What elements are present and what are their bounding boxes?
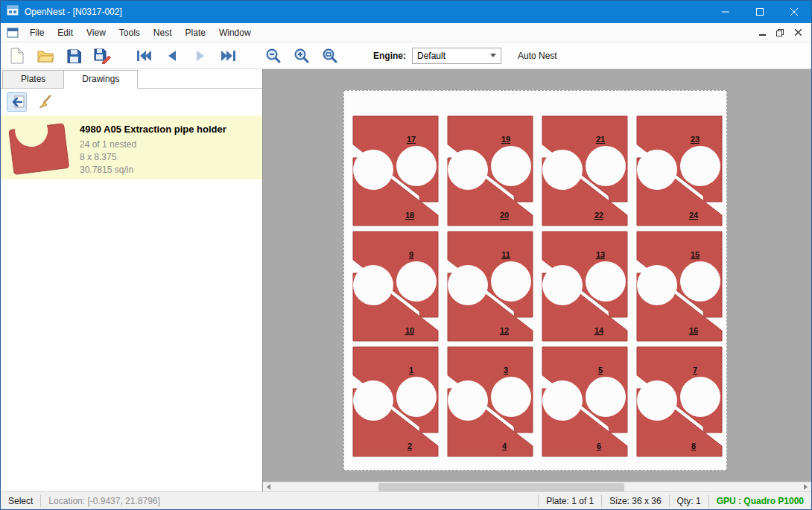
sidebar-tabstrip: Plates Drawings [1,69,262,89]
nested-pair[interactable]: 1718 [353,116,438,226]
part-number-label: 17 [407,135,416,144]
maximize-icon[interactable] [743,1,777,23]
part-notch [353,380,393,421]
part-notch [586,377,626,417]
part-number-label: 15 [691,250,700,259]
status-plate: Plate: 1 of 1 [539,496,601,506]
part-number-label: 19 [501,135,510,144]
part-notch [491,377,531,417]
toolbar: Engine: Default Auto Nest [1,42,811,69]
new-file-icon[interactable] [7,45,28,66]
drawing-thumbnail [5,119,74,176]
save-icon[interactable] [63,45,84,66]
menu-tools[interactable]: Tools [112,25,147,41]
part-notch [680,377,720,417]
scroll-right-icon[interactable] [800,482,811,492]
nav-first-icon[interactable] [133,45,154,66]
part-notch [637,265,677,305]
mdi-restore-icon[interactable] [771,26,789,39]
part-number-label: 22 [594,211,603,220]
nested-pair[interactable]: 12 [353,347,438,456]
horizontal-scrollbar[interactable] [263,482,811,491]
nested-pair[interactable]: 1314 [542,232,627,341]
menu-file[interactable]: File [23,25,51,41]
drawing-area: 30.7815 sq/in [80,164,226,176]
part-notch [353,265,393,305]
part-number-label: 12 [500,326,509,335]
part-number-label: 5 [598,366,603,374]
menu-window[interactable]: Window [212,25,258,41]
nav-previous-icon[interactable] [162,45,183,66]
engine-label: Engine: [373,51,406,61]
mdi-minimize-icon[interactable] [753,26,771,39]
part-notch [586,146,626,186]
mdi-close-icon[interactable] [789,26,807,39]
menu-nest[interactable]: Nest [147,25,179,41]
part-notch [637,150,677,190]
return-part-icon[interactable] [7,92,27,112]
engine-value: Default [417,51,490,61]
scrollbar-thumb[interactable] [378,483,624,491]
drawings-toolbar [1,89,262,115]
menu-edit[interactable]: Edit [51,25,80,41]
status-size: Size: 36 x 36 [602,496,668,506]
part-number-label: 4 [502,442,507,450]
clean-icon[interactable] [34,92,54,112]
drawing-list-item[interactable]: 4980 A05 Extraction pipe holder 24 of 1 … [1,115,262,179]
part-notch [680,146,720,186]
part-notch [448,150,488,190]
zoom-in-icon[interactable] [291,45,312,66]
drawing-dimensions: 8 x 8.375 [80,151,226,164]
part-number-label: 11 [501,250,510,259]
nested-pair[interactable]: 1920 [448,116,533,226]
tab-plates[interactable]: Plates [2,70,64,88]
part-notch [396,146,437,186]
status-mode: Select [1,496,40,506]
part-number-label: 21 [596,135,605,144]
chevron-down-icon [490,54,496,57]
engine-select[interactable]: Default [412,48,501,64]
nested-pair[interactable]: 34 [448,347,533,456]
minimize-icon[interactable] [708,1,743,23]
zoom-out-icon[interactable] [263,45,284,66]
menu-view[interactable]: View [80,25,112,41]
nest-canvas[interactable]: 171819202122232491011121314151612345678 [263,69,811,482]
part-number-label: 10 [405,326,414,335]
zoom-fit-icon[interactable] [320,45,340,66]
open-folder-icon[interactable] [35,45,56,66]
part-notch [448,265,488,305]
status-bar: Select Location: [-0.9437, 21.8796] Plat… [1,491,811,509]
part-number-label: 3 [504,366,508,374]
nested-pair[interactable]: 910 [353,232,438,341]
save-edit-icon[interactable] [92,45,112,66]
nested-pair[interactable]: 2122 [542,116,627,226]
part-number-label: 9 [409,250,413,259]
part-number-label: 20 [500,211,509,220]
part-number-label: 24 [689,211,699,220]
plate[interactable]: 171819202122232491011121314151612345678 [343,90,727,471]
auto-nest-button[interactable]: Auto Nest [513,48,562,64]
part-notch [353,150,393,190]
sidebar: Plates Drawings 4980 [1,69,263,491]
drawing-nested-count: 24 of 1 nested [80,138,226,151]
nested-pair[interactable]: 56 [542,347,627,456]
scrollbar-track[interactable] [274,482,800,492]
nav-next-icon[interactable] [190,45,211,66]
nested-pair[interactable]: 78 [637,347,722,456]
part-number-label: 8 [691,442,696,450]
part-notch [448,380,488,421]
part-notch [637,380,677,421]
nested-pair[interactable]: 1112 [448,232,533,341]
nested-pair[interactable]: 2324 [637,116,722,226]
scroll-left-icon[interactable] [263,482,274,492]
nested-pair[interactable]: 1516 [637,232,722,341]
nav-last-icon[interactable] [218,45,239,66]
app-icon[interactable] [7,5,19,19]
document-icon[interactable] [7,28,19,38]
part-number-label: 14 [594,326,604,335]
window-title: OpenNest - [N0317-002] [25,7,708,17]
part-number-label: 13 [596,250,605,259]
tab-drawings[interactable]: Drawings [63,70,138,89]
close-icon[interactable] [777,1,811,23]
menu-plate[interactable]: Plate [179,25,212,41]
